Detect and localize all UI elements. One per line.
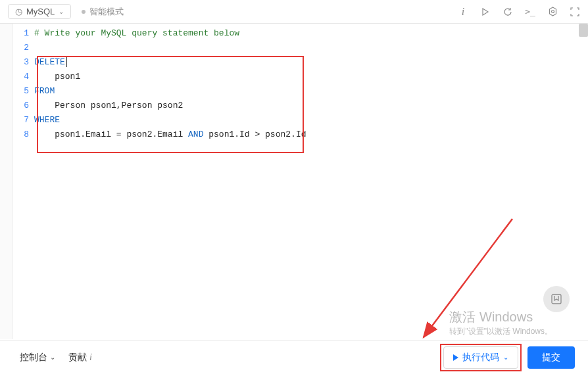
code-editor[interactable]: 12345678 # Write your MySQL query statem… [13,24,588,339]
console-tab[interactable]: 控制台 ⌄ [20,352,55,363]
clock-icon: ◷ [15,7,22,16]
language-selector[interactable]: ◷ MySQL ⌄ [8,4,71,19]
language-label: MySQL [26,7,55,16]
run-code-button[interactable]: 执行代码 ⌄ [443,346,518,369]
bookmark-icon [551,293,562,305]
refresh-icon[interactable] [502,7,513,17]
left-gutter [0,24,13,339]
bookmark-fab[interactable] [543,286,570,312]
bottom-right-actions: 执行代码 ⌄ 提交 [443,346,575,369]
play-icon [453,354,458,361]
contribution-tab[interactable]: 贡献 i [68,352,92,363]
info-icon[interactable]: i [458,7,468,17]
top-toolbar: ◷ MySQL ⌄ 智能模式 i >_ [0,0,588,24]
terminal-icon[interactable]: >_ [525,7,535,17]
settings-icon[interactable] [547,7,558,17]
status-dot-icon [82,10,86,14]
smart-mode-label: 智能模式 [89,6,124,18]
bottom-bar: 控制台 ⌄ 贡献 i 执行代码 ⌄ 提交 [0,340,588,374]
editor-area: 12345678 # Write your MySQL query statem… [0,24,588,339]
chevron-down-icon: ⌄ [503,354,508,361]
toolbar-left: ◷ MySQL ⌄ 智能模式 [8,4,124,19]
chevron-down-icon: ⌄ [59,8,64,15]
submit-button[interactable]: 提交 [527,346,575,369]
line-numbers: 12345678 [13,26,34,339]
toolbar-right: i >_ [458,7,580,17]
info-icon: i [89,352,92,363]
contribution-label: 贡献 [68,352,87,363]
svg-point-0 [551,11,554,13]
code-content[interactable]: # Write your MySQL query statement below… [34,26,588,339]
bottom-left-tabs: 控制台 ⌄ 贡献 i [20,352,92,363]
scrollbar-thumb[interactable] [579,24,588,37]
fullscreen-icon[interactable] [570,7,580,17]
smart-mode[interactable]: 智能模式 [82,6,124,18]
run-label: 执行代码 [462,352,499,363]
play-icon[interactable] [480,7,491,17]
chevron-down-icon: ⌄ [50,354,55,361]
console-label: 控制台 [20,352,47,363]
